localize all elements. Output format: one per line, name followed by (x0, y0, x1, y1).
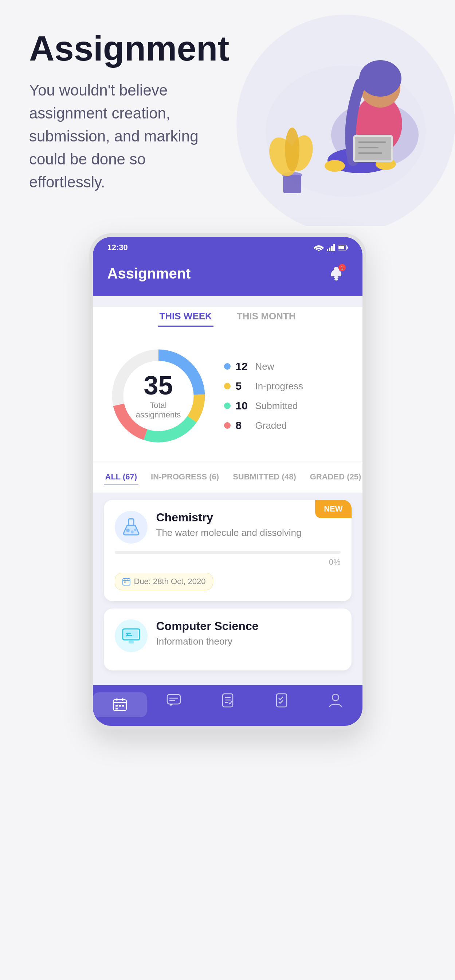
svg-rect-24 (338, 246, 344, 250)
nav-profile-icon (328, 692, 344, 708)
card-body-chemistry: Chemistry The water molecule and dissolv… (115, 511, 341, 544)
svg-rect-26 (334, 276, 338, 278)
filter-graded[interactable]: GRADED (25) (309, 469, 363, 485)
hero-illustration (229, 22, 433, 212)
nav-item-home[interactable] (93, 692, 147, 717)
svg-rect-44 (124, 630, 138, 638)
filter-inprogress[interactable]: IN-PROGRESS (6) (149, 469, 220, 485)
assignment-card-chemistry[interactable]: NEW (104, 500, 352, 601)
svg-rect-19 (327, 249, 328, 251)
legend-count-inprogress: 5 (236, 380, 250, 392)
svg-rect-42 (124, 582, 126, 582)
bottom-nav (93, 685, 363, 726)
svg-point-5 (285, 127, 300, 171)
legend-dot-inprogress (224, 383, 231, 390)
svg-rect-33 (128, 519, 134, 525)
legend-count-submitted: 10 (236, 399, 250, 412)
svg-rect-46 (128, 641, 134, 643)
tab-this-week[interactable]: THIS WEEK (158, 307, 213, 327)
chemistry-flask-icon (121, 517, 141, 537)
app-header: Assignment 1 (93, 256, 363, 296)
cs-subject: Computer Science (156, 619, 341, 633)
phone-section: 12:30 (0, 226, 455, 759)
hero-section: Assignment You wouldn't believe assignme… (0, 0, 455, 226)
battery-icon (338, 245, 348, 250)
legend-label-submitted: Submitted (255, 400, 298, 412)
illustration-svg (229, 22, 433, 212)
svg-rect-57 (167, 695, 180, 704)
chemistry-progress-bar (115, 551, 341, 554)
svg-rect-54 (119, 705, 121, 706)
legend-count-graded: 8 (236, 419, 250, 432)
svg-point-27 (335, 278, 338, 281)
svg-rect-56 (116, 708, 118, 710)
computer-icon (121, 626, 141, 646)
phone-mockup: 12:30 (89, 233, 366, 730)
legend-label-inprogress: In-progress (255, 380, 303, 392)
svg-rect-21 (331, 246, 333, 251)
svg-rect-22 (333, 244, 335, 251)
signal-icon (327, 244, 335, 251)
filter-submitted[interactable]: SUBMITTED (48) (231, 469, 298, 485)
nav-chat-icon (166, 692, 182, 708)
svg-point-36 (134, 529, 136, 531)
filter-all[interactable]: ALL (67) (104, 469, 139, 485)
assignment-cards: NEW (93, 493, 363, 685)
status-bar: 12:30 (93, 237, 363, 256)
donut-total: 35 (133, 372, 184, 398)
card-body-cs: Computer Science Information theory (115, 619, 341, 652)
chemistry-icon (115, 511, 147, 544)
donut-chart: 35 Total assignments (108, 345, 209, 447)
hero-subtitle: You wouldn't believe assignment creation… (29, 79, 219, 194)
legend-dot-new (224, 363, 231, 370)
app-header-title: Assignment (108, 266, 191, 282)
legend-graded: 8 Graded (224, 419, 303, 432)
status-time: 12:30 (108, 243, 128, 252)
chemistry-desc: The water molecule and dissolving (156, 527, 341, 538)
nav-checklist-icon (274, 692, 290, 708)
svg-rect-25 (347, 247, 348, 249)
legend-count-new: 12 (236, 360, 250, 372)
chemistry-progress-pct: 0% (115, 557, 341, 567)
svg-point-12 (359, 60, 401, 97)
new-badge: NEW (315, 500, 351, 518)
chart-legend: 12 New 5 In-progress 10 Submitted (224, 360, 303, 432)
chemistry-subject: Chemistry (156, 511, 341, 524)
nav-item-assignments[interactable] (201, 692, 255, 717)
svg-rect-14 (355, 137, 391, 161)
wifi-icon (314, 244, 324, 251)
calendar-icon (122, 578, 130, 585)
nav-item-profile[interactable] (309, 692, 363, 717)
svg-rect-20 (329, 248, 330, 251)
legend-new: 12 New (224, 360, 303, 372)
cs-icon (115, 619, 147, 652)
filter-tabs: ALL (67) IN-PROGRESS (6) SUBMITTED (48) … (93, 461, 363, 493)
period-tabs: THIS WEEK THIS MONTH (93, 307, 363, 334)
chemistry-text: Chemistry The water molecule and dissolv… (156, 511, 341, 538)
legend-inprogress: 5 In-progress (224, 380, 303, 392)
donut-center: 35 Total assignments (133, 372, 184, 420)
chemistry-due-text: Due: 28th Oct, 2020 (134, 577, 206, 586)
svg-point-35 (131, 530, 134, 533)
status-icons (314, 244, 348, 251)
cs-desc: Information theory (156, 636, 341, 647)
svg-point-8 (325, 160, 345, 172)
svg-point-34 (126, 529, 130, 532)
nav-item-chat[interactable] (147, 692, 201, 717)
svg-rect-55 (122, 705, 124, 706)
legend-dot-graded (224, 422, 231, 429)
assignment-card-cs[interactable]: Computer Science Information theory (104, 608, 352, 670)
chemistry-due-badge: Due: 28th Oct, 2020 (115, 573, 214, 590)
svg-rect-53 (116, 705, 118, 706)
notification-badge: 1 (338, 264, 346, 271)
donut-label: Total assignments (133, 401, 184, 420)
svg-point-18 (318, 250, 319, 251)
svg-point-65 (332, 694, 339, 701)
svg-rect-64 (276, 694, 287, 707)
cs-text: Computer Science Information theory (156, 619, 341, 647)
notification-button[interactable]: 1 (325, 262, 348, 285)
app-content: THIS WEEK THIS MONTH (93, 296, 363, 726)
chart-area: 35 Total assignments 12 New 5 In-progres… (93, 334, 363, 461)
nav-item-checklist[interactable] (255, 692, 309, 717)
tab-this-month[interactable]: THIS MONTH (235, 307, 297, 327)
